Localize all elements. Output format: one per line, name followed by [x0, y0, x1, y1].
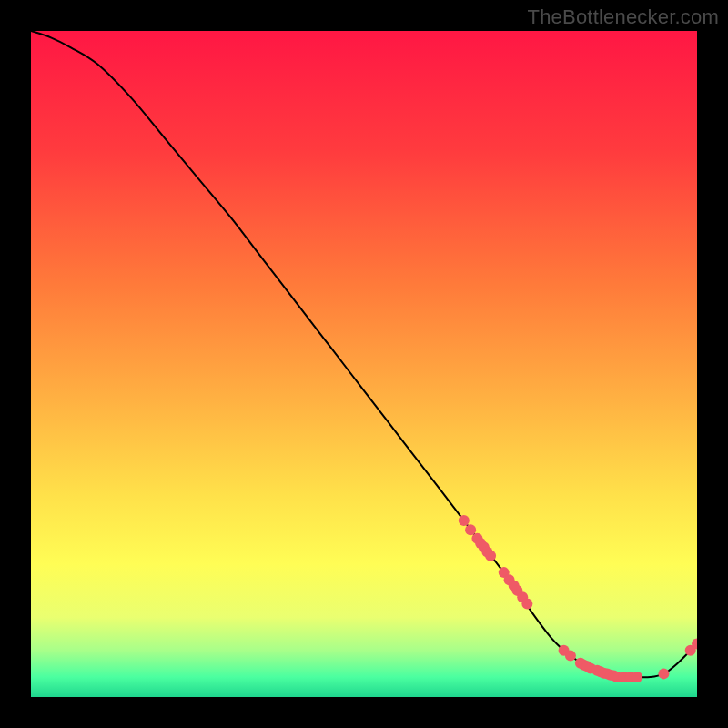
plot-area — [31, 31, 697, 697]
data-point — [485, 551, 496, 561]
data-point — [658, 668, 669, 679]
data-point — [632, 672, 642, 682]
data-point — [459, 515, 470, 526]
data-point — [465, 524, 476, 535]
watermark-text: TheBottlenecker.com — [528, 5, 719, 29]
plot-svg — [31, 31, 697, 697]
plot-background — [31, 31, 697, 697]
data-point — [565, 651, 576, 662]
data-point — [521, 599, 532, 610]
